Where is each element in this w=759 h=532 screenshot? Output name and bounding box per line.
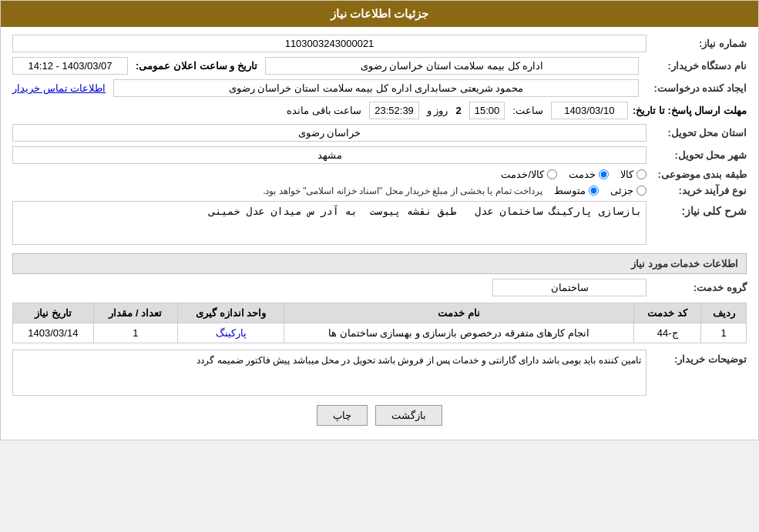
services-section-header: اطلاعات خدمات مورد نیاز: [12, 253, 747, 274]
services-table-section: ردیف کد خدمت نام خدمت واحد اندازه گیری ت…: [12, 303, 747, 343]
request-number-value: 1103003243000021: [12, 35, 646, 52]
page-title: جزئیات اطلاعات نیاز: [331, 7, 428, 20]
province-row: استان محل تحویل: خراسان رضوی: [12, 124, 747, 142]
announcement-label: تاریخ و ساعت اعلان عمومی:: [136, 60, 257, 72]
col-date: تاریخ نیاز: [13, 303, 94, 323]
category-label-kala-khedmat: کالا/خدمت: [501, 169, 544, 180]
purchase-type-label-mota: متوسط: [554, 185, 586, 196]
deadline-remaining: 23:52:39: [369, 102, 419, 119]
request-number-row: شماره نیاز: 1103003243000021: [12, 35, 747, 52]
category-label-khedmat: خدمت: [569, 169, 596, 180]
buyer-notes-row: توضیحات خریدار: تامین کننده باید بومی با…: [12, 350, 747, 396]
category-label-kala: کالا: [620, 169, 633, 180]
category-radio-kala-khedmat[interactable]: [547, 169, 557, 179]
category-radio-khedmat[interactable]: [599, 169, 609, 179]
creator-label: ایجاد کننده درخواست:: [646, 82, 747, 94]
purchase-type-option-joz: جزئی: [610, 185, 646, 196]
description-textarea[interactable]: [12, 201, 646, 245]
service-group-label: گروه خدمت:: [646, 282, 747, 293]
print-button[interactable]: چاپ: [317, 405, 368, 426]
description-label: شرح کلی نیاز:: [646, 201, 747, 217]
service-group-row: گروه خدمت: ساختمان: [12, 279, 747, 296]
purchase-type-radio-group: جزئی متوسط: [554, 185, 646, 196]
buyer-notes-label: توضیحات خریدار:: [646, 350, 747, 365]
province-label: استان محل تحویل:: [646, 127, 747, 139]
deadline-date: 1403/03/10: [551, 102, 628, 119]
col-code: کد خدمت: [633, 303, 700, 323]
purchase-type-row: نوع فرآیند خرید: جزئی متوسط پرداخت تمام …: [12, 185, 747, 196]
purchase-type-radio-joz[interactable]: [636, 186, 646, 196]
table-row: 1 ج-44 انجام کارهای متفرقه درخصوص بازساز…: [13, 323, 747, 343]
deadline-day-label: روز و: [427, 105, 448, 116]
description-row: شرح کلی نیاز:: [12, 201, 747, 247]
city-label: شهر محل تحویل:: [646, 149, 747, 161]
cell-quantity: 1: [93, 323, 177, 343]
category-radio-group: کالا خدمت کالا/خدمت: [501, 169, 646, 180]
cell-code: ج-44: [633, 323, 700, 343]
province-value: خراسان رضوی: [12, 124, 646, 142]
col-unit: واحد اندازه گیری: [178, 303, 284, 323]
page-header: جزئیات اطلاعات نیاز: [1, 1, 758, 27]
col-quantity: تعداد / مقدار: [93, 303, 177, 323]
category-option-khedmat: خدمت: [569, 169, 609, 180]
purchase-type-label-joz: جزئی: [610, 185, 633, 196]
services-table: ردیف کد خدمت نام خدمت واحد اندازه گیری ت…: [12, 303, 747, 343]
category-radio-kala[interactable]: [636, 169, 646, 179]
announcement-value: 1403/03/07 - 14:12: [12, 57, 128, 75]
category-option-kala: کالا: [620, 169, 646, 180]
creator-row: ایجاد کننده درخواست: محمود شریعتی حسابدا…: [12, 79, 747, 97]
back-button[interactable]: بازگشت: [375, 405, 442, 426]
deadline-days-value: 2: [455, 105, 461, 116]
buyer-notes-value: تامین کننده باید بومی باشد دارای گارانتی…: [12, 350, 646, 396]
org-name-label: نام دستگاه خریدار:: [646, 60, 747, 72]
cell-unit: پارکینگ: [178, 323, 284, 343]
deadline-row: مهلت ارسال پاسخ: تا تاریخ: 1403/03/10 سا…: [12, 102, 747, 119]
creator-contact-link[interactable]: اطلاعات تماس خریدار: [12, 82, 106, 94]
city-value: مشهد: [12, 146, 646, 164]
col-row: ردیف: [701, 303, 747, 323]
page-wrapper: جزئیات اطلاعات نیاز شماره نیاز: 11030032…: [0, 0, 759, 440]
purchase-type-radio-mota[interactable]: [589, 186, 599, 196]
services-section-label: اطلاعات خدمات مورد نیاز: [631, 258, 738, 269]
city-row: شهر محل تحویل: مشهد: [12, 146, 747, 164]
content-area: شماره نیاز: 1103003243000021 نام دستگاه …: [1, 27, 758, 440]
deadline-time-label: ساعت:: [512, 105, 543, 116]
creator-value: محمود شریعتی حسابداری اداره کل بیمه سلام…: [113, 79, 639, 97]
cell-name: انجام کارهای متفرقه درخصوص بازسازی و بهس…: [284, 323, 634, 343]
table-header-row: ردیف کد خدمت نام خدمت واحد اندازه گیری ت…: [13, 303, 747, 323]
button-row: بازگشت چاپ: [12, 405, 747, 426]
service-group-value: ساختمان: [492, 279, 646, 296]
request-number-label: شماره نیاز:: [646, 38, 747, 49]
description-box-wrapper: [12, 201, 646, 247]
purchase-type-option-mota: متوسط: [554, 185, 599, 196]
org-name-value: اداره کل بیمه سلامت استان خراسان رضوی: [265, 57, 639, 75]
purchase-type-notice: پرداخت تمام یا بخشی از مبلغ خریدار محل "…: [263, 186, 542, 196]
deadline-time: 15:00: [469, 102, 505, 119]
col-name: نام خدمت: [284, 303, 634, 323]
cell-date: 1403/03/14: [13, 323, 94, 343]
deadline-remaining-label: ساعت باقی مانده: [287, 105, 361, 116]
org-announcement-row: نام دستگاه خریدار: اداره کل بیمه سلامت ا…: [12, 57, 747, 75]
deadline-label: مهلت ارسال پاسخ: تا تاریخ:: [633, 105, 747, 116]
cell-row: 1: [701, 323, 747, 343]
category-label: طبقه بندی موضوعی:: [646, 169, 747, 180]
category-row: طبقه بندی موضوعی: کالا خدمت کالا/خدمت: [12, 169, 747, 180]
purchase-type-label: نوع فرآیند خرید:: [646, 185, 747, 196]
category-option-kala-khedmat: کالا/خدمت: [501, 169, 557, 180]
